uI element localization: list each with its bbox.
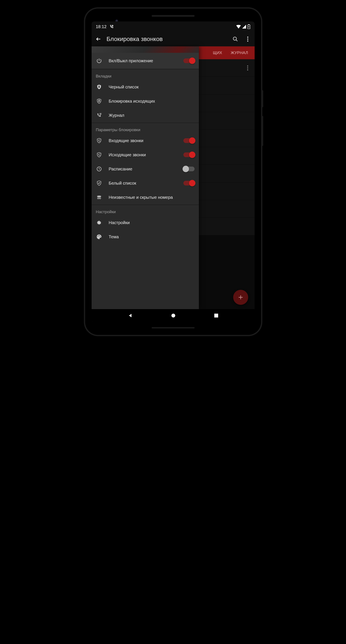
phone-bottom-speaker (152, 327, 195, 328)
drawer-header-graphic (92, 46, 199, 53)
item-overflow-icon[interactable] (247, 66, 248, 70)
shield-lock-outline-icon (96, 98, 102, 104)
svg-rect-7 (98, 101, 100, 102)
outgoing-block-label: Блокировка исходящих (109, 98, 195, 104)
section-block-header: Параметры блокировки (92, 123, 199, 134)
settings-label: Настройки (109, 220, 195, 226)
nav-back-button[interactable] (128, 313, 133, 318)
svg-point-12 (97, 196, 101, 197)
screen: 18:12 Блокировка з (92, 22, 255, 322)
shield-lock-icon (96, 84, 102, 90)
svg-point-2 (233, 37, 236, 40)
incognito-icon (96, 194, 102, 200)
shield-check-icon (96, 180, 102, 186)
battery-charging-icon (247, 24, 250, 29)
svg-rect-10 (99, 115, 101, 116)
gear-icon (96, 220, 102, 226)
phone-power-button (262, 90, 263, 107)
svg-point-5 (247, 40, 248, 42)
svg-rect-6 (98, 86, 100, 88)
drawer-item-unknown[interactable]: Неизвестные и скрытые номера (92, 190, 199, 204)
svg-rect-1 (248, 24, 249, 25)
drawer-item-whitelist[interactable]: Белый список (92, 176, 199, 190)
app-bar: Блокировка звонков (92, 32, 255, 46)
status-bar: 18:12 (92, 22, 255, 32)
whitelist-switch[interactable] (183, 181, 195, 186)
palette-icon (96, 234, 102, 240)
section-tabs-header: Вкладки (92, 70, 199, 80)
phone-speaker (152, 15, 195, 17)
nav-home-button[interactable] (171, 313, 176, 318)
shield-incoming-icon (96, 138, 102, 144)
theme-label: Тема (109, 234, 195, 240)
outgoing-switch[interactable] (183, 152, 195, 157)
clock-icon (96, 166, 102, 172)
tab-log[interactable]: ЖУРНАЛ (231, 51, 248, 55)
search-button[interactable] (232, 36, 238, 42)
drawer-main-toggle-row[interactable]: Вкл/Выкл приложение (92, 53, 199, 69)
tab-partial[interactable]: ЩИХ (213, 51, 222, 55)
overflow-menu-button[interactable] (245, 36, 251, 42)
phone-frame: 18:12 Блокировка з (85, 8, 261, 335)
app-title: Блокировка звонков (107, 36, 163, 42)
drawer-item-schedule[interactable]: Расписание (92, 162, 199, 176)
drawer-item-outgoing[interactable]: Исходящие звонки (92, 148, 199, 162)
main-toggle-switch[interactable] (183, 58, 195, 63)
system-nav-bar (92, 309, 255, 322)
drawer-item-blacklist[interactable]: Черный список (92, 80, 199, 94)
back-button[interactable] (95, 36, 101, 42)
status-time: 18:12 (96, 24, 107, 29)
svg-point-14 (99, 198, 101, 199)
section-settings-header: Настройки (92, 205, 199, 216)
svg-rect-8 (99, 113, 101, 114)
add-fab[interactable] (233, 290, 248, 305)
incoming-switch[interactable] (183, 138, 195, 143)
phone-volume-button (262, 116, 263, 146)
shield-outgoing-icon (96, 152, 102, 158)
schedule-switch[interactable] (183, 166, 195, 171)
svg-point-15 (171, 314, 175, 318)
nav-recents-button[interactable] (214, 314, 218, 318)
drawer-item-outgoing-block[interactable]: Блокировка исходящих (92, 94, 199, 108)
power-icon (96, 58, 102, 64)
content-area: ЩИХ ЖУРНАЛ (92, 46, 255, 309)
drawer-item-theme[interactable]: Тема (92, 230, 199, 241)
svg-point-3 (247, 37, 248, 38)
incoming-label: Входящие звонки (109, 138, 177, 144)
unknown-label: Неизвестные и скрытые номера (109, 194, 195, 200)
schedule-label: Расписание (109, 166, 177, 172)
whitelist-label: Белый список (109, 180, 177, 186)
svg-rect-16 (214, 314, 218, 318)
blacklist-label: Черный список (109, 84, 195, 90)
svg-point-4 (247, 39, 248, 40)
drawer-item-log[interactable]: Журнал (92, 108, 199, 122)
svg-point-13 (97, 198, 99, 199)
call-log-icon (96, 112, 102, 118)
wifi-icon (236, 25, 241, 28)
signal-icon (242, 25, 246, 28)
svg-rect-9 (99, 114, 101, 115)
outgoing-label: Исходящие звонки (109, 152, 177, 158)
log-label: Журнал (109, 112, 195, 118)
main-toggle-label: Вкл/Выкл приложение (109, 58, 177, 64)
navigation-drawer: Вкл/Выкл приложение Вкладки Черный списо… (92, 46, 199, 309)
drawer-item-incoming[interactable]: Входящие звонки (92, 134, 199, 148)
call-shield-icon (110, 24, 114, 29)
drawer-item-settings[interactable]: Настройки (92, 216, 199, 230)
